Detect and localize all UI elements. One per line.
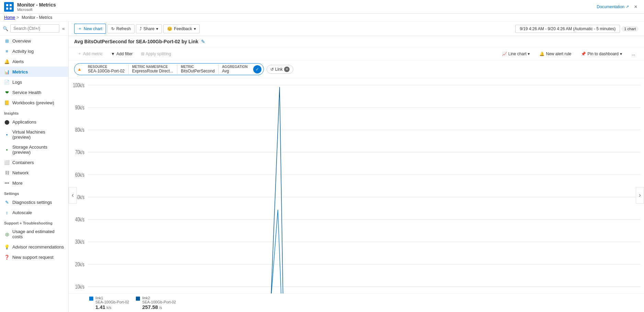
more-icon: •••	[4, 180, 10, 186]
namespace-label: METRIC NAMESPACE	[132, 65, 174, 69]
edit-title-icon[interactable]: ✎	[201, 39, 205, 44]
metric-selector-group: RESOURCE SEA-100Gb-Port-02 METRIC NAMESP…	[84, 64, 251, 74]
containers-icon: ⬜	[4, 160, 10, 165]
breadcrumb-current: Monitor - Metrics	[22, 15, 52, 20]
sidebar-item-support[interactable]: ❓ New support request	[0, 252, 68, 262]
sidebar-label-network: Network	[12, 170, 29, 175]
resource-select[interactable]: SEA-100Gb-Port-02	[88, 69, 125, 73]
sidebar-item-advisor[interactable]: 💡 Advisor recommendations	[0, 242, 68, 252]
search-input[interactable]	[10, 24, 59, 33]
splitting-icon: ⊞	[141, 51, 144, 56]
sidebar-label-activity-log: Activity log	[12, 49, 34, 54]
add-metric-icon: ＋	[78, 51, 82, 57]
chart-title: Avg BitsOutPerSecond for SEA-100Gb-Port-…	[74, 39, 198, 44]
toolbar-right: 9/19 4:26 AM - 9/20 4:26 AM (Automatic -…	[515, 25, 639, 33]
new-chart-button[interactable]: ＋ New chart	[74, 24, 106, 34]
share-button[interactable]: ⤴ Share ▾	[136, 24, 162, 33]
sidebar-label-virtual-machines: Virtual Machines (preview)	[12, 129, 64, 140]
sidebar-label-advisor: Advisor recommendations	[12, 244, 64, 250]
feedback-button[interactable]: 😊 Feedback ▾	[163, 24, 200, 33]
add-metric-button[interactable]: ＋ Add metric	[74, 49, 106, 58]
app-title: Monitor - Metrics	[17, 2, 56, 8]
legend-info-link1: link1 SEA-100Gb-Port-02 1.41 k/s	[95, 296, 129, 310]
sidebar-label-service-health: Service Health	[12, 90, 42, 95]
sidebar-item-virtual-machines[interactable]: ▪ Virtual Machines (preview)	[0, 127, 68, 142]
link-pill[interactable]: ↺ Link ✕	[267, 65, 293, 74]
sidebar-item-more[interactable]: ••• More	[0, 178, 68, 188]
more-options-button[interactable]: ...	[628, 50, 639, 58]
aggregation-select[interactable]: Avg	[222, 69, 229, 73]
metric-label: METRIC	[181, 65, 215, 69]
chart-subtoolbar: ＋ Add metric ▼ Add filter ⊞ Apply splitt…	[69, 47, 644, 60]
refresh-button[interactable]: ↻ Refresh	[107, 24, 134, 33]
chart-area: ‹ › 100k/s 90k/s 80k/s 70k/s 60k/s 50k/s…	[69, 78, 644, 312]
chart-legend: link1 SEA-100Gb-Port-02 1.41 k/s link2 S…	[69, 293, 644, 312]
svg-rect-1	[10, 4, 12, 6]
sidebar-item-storage-accounts[interactable]: ▪ Storage Accounts (preview)	[0, 142, 68, 157]
sidebar-label-workbooks: Workbooks (preview)	[12, 100, 54, 105]
sidebar-item-network[interactable]: ⛓ Network	[0, 167, 68, 178]
chart-title-area: Avg BitsOutPerSecond for SEA-100Gb-Port-…	[74, 39, 205, 44]
add-filter-button[interactable]: ▼ Add filter	[107, 50, 136, 58]
vm-icon: ▪	[4, 132, 10, 137]
chart-nav-right[interactable]: ›	[636, 187, 644, 204]
sidebar-item-applications[interactable]: ⬤ Applications	[0, 117, 68, 127]
sidebar-item-service-health[interactable]: ❤ Service Health	[0, 87, 68, 97]
applications-icon: ⬤	[4, 119, 10, 125]
storage-icon: ▪	[4, 147, 10, 152]
metric-confirm-button[interactable]: ✓	[253, 65, 261, 73]
scale-icon: ↕	[4, 210, 10, 215]
new-alert-rule-button[interactable]: 🔔 New alert rule	[536, 50, 575, 58]
sidebar-item-activity-log[interactable]: ≡ Activity log	[0, 46, 68, 56]
legend-label-link1: link1	[95, 296, 129, 300]
svg-text:40k/s: 40k/s	[75, 217, 84, 222]
chart-subtoolbar-right: 📈 Line chart ▾ 🔔 New alert rule 📌 Pin to…	[499, 50, 639, 58]
documentation-link[interactable]: Documentation ↗	[597, 4, 629, 9]
sidebar-item-logs[interactable]: 📄 Logs	[0, 77, 68, 87]
breadcrumb-home[interactable]: Home	[4, 15, 15, 20]
chart-type-button[interactable]: 📈 Line chart ▾	[499, 50, 534, 58]
feedback-icon: 😊	[167, 26, 172, 31]
aggregation-label: AGGREGATION	[222, 65, 248, 69]
chart-count-badge: 1 chart	[621, 26, 639, 32]
sidebar-item-usage-costs[interactable]: ◎ Usage and estimated costs	[0, 227, 68, 242]
time-range-button[interactable]: 9/19 4:26 AM - 9/20 4:26 AM (Automatic -…	[515, 25, 620, 33]
legend-color-link1	[89, 297, 93, 301]
link-pill-remove[interactable]: ✕	[284, 67, 290, 72]
sidebar-item-metrics[interactable]: 📊 Metrics	[0, 67, 68, 77]
sidebar-label-usage-costs: Usage and estimated costs	[12, 229, 64, 239]
legend-color-link2	[136, 297, 140, 301]
sidebar-item-overview[interactable]: ⊞ Overview	[0, 36, 68, 46]
chart-nav-left[interactable]: ‹	[69, 187, 77, 204]
sidebar-item-containers[interactable]: ⬜ Containers	[0, 157, 68, 167]
pin-chevron: ▾	[620, 51, 622, 56]
search-icon: 🔍	[3, 26, 8, 31]
advisor-icon: 💡	[4, 244, 10, 250]
top-bar: Monitor - Metrics Microsoft Documentatio…	[0, 0, 644, 14]
namespace-select[interactable]: ExpressRoute Direct...	[132, 69, 174, 73]
app-icon	[4, 2, 14, 12]
legend-value-link1: 1.41 k/s	[95, 304, 129, 310]
toolbar: ＋ New chart ↻ Refresh ⤴ Share ▾ 😊 Feedba…	[69, 22, 644, 36]
sidebar-item-diagnostics[interactable]: ✎ Diagnostics settings	[0, 197, 68, 207]
refresh-label: Refresh	[116, 26, 131, 31]
section-header-insights: Insights	[0, 108, 68, 117]
doc-link-label: Documentation	[597, 4, 624, 9]
sidebar-item-alerts[interactable]: 🔔 Alerts	[0, 56, 68, 67]
legend-label-link2: link2	[142, 296, 176, 300]
pin-to-dashboard-button[interactable]: 📌 Pin to dashboard ▾	[577, 50, 625, 58]
sidebar-collapse-icon[interactable]: «	[61, 25, 66, 32]
metric-select[interactable]: BitsOutPerSecond	[181, 69, 215, 73]
svg-text:90k/s: 90k/s	[75, 105, 84, 111]
legend-resource-link2: SEA-100Gb-Port-02	[142, 300, 176, 304]
top-bar-right: Documentation ↗ ×	[597, 3, 640, 11]
apply-splitting-button[interactable]: ⊞ Apply splitting	[138, 50, 175, 58]
sidebar-item-autoscale[interactable]: ↕ Autoscale	[0, 207, 68, 218]
list-icon: ≡	[4, 48, 10, 54]
sidebar-item-workbooks[interactable]: 📒 Workbooks (preview)	[0, 97, 68, 108]
main-layout: 🔍 « ⊞ Overview ≡ Activity log 🔔 Alerts 📊…	[0, 22, 644, 312]
svg-rect-3	[10, 8, 12, 10]
svg-rect-0	[6, 4, 8, 6]
bell-icon: 🔔	[4, 59, 10, 64]
close-button[interactable]: ×	[632, 3, 640, 11]
